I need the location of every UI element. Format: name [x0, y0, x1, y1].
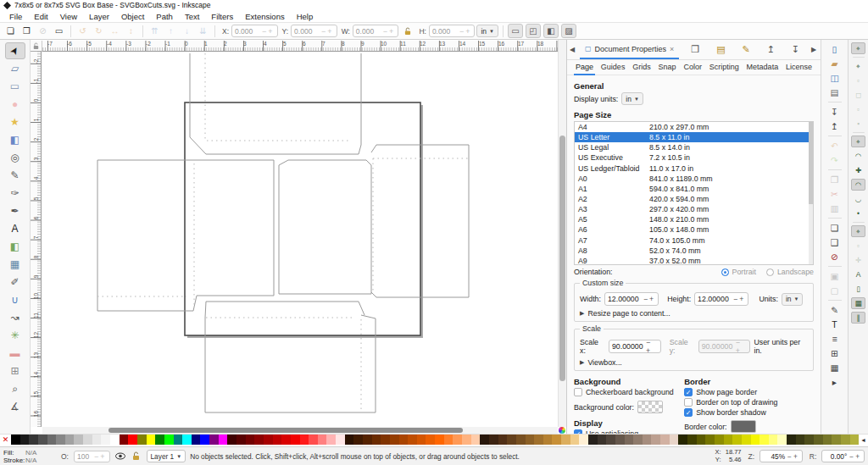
- tab-license[interactable]: License: [784, 61, 814, 74]
- palette-swatch[interactable]: [823, 435, 832, 445]
- scroll-tabs-right-icon[interactable]: ▶: [811, 46, 818, 53]
- separator[interactable]: [853, 222, 865, 223]
- zoom-tool[interactable]: ⌕: [5, 380, 25, 397]
- scale-x-field[interactable]: 90.00000−+: [609, 340, 661, 353]
- palette-swatch[interactable]: [625, 435, 634, 445]
- separator[interactable]: [828, 169, 842, 170]
- palette-swatch[interactable]: [209, 435, 219, 445]
- layer-visibility-icon[interactable]: [114, 451, 126, 462]
- palette-swatch[interactable]: [543, 435, 553, 445]
- vertical-scrollbar-thumb[interactable]: [559, 136, 565, 381]
- background-color-swatch[interactable]: [637, 401, 663, 413]
- snap-line-midpoints-icon[interactable]: •: [851, 208, 865, 219]
- menu-text[interactable]: Text: [179, 12, 205, 21]
- border-color-swatch[interactable]: [731, 420, 756, 433]
- snap-guides-icon[interactable]: ∥: [851, 312, 865, 324]
- text-dialog-icon[interactable]: T: [827, 318, 843, 331]
- page-size-scrollbar-thumb[interactable]: [809, 122, 813, 204]
- menu-help[interactable]: Help: [291, 12, 320, 21]
- import-icon[interactable]: ↧: [827, 105, 843, 119]
- palette-swatch[interactable]: [345, 435, 354, 445]
- layers-dialog-icon[interactable]: ≡: [827, 332, 843, 346]
- palette-swatch[interactable]: [264, 435, 273, 445]
- menu-extensions[interactable]: Extensions: [239, 12, 290, 21]
- palette-swatch[interactable]: [453, 435, 462, 445]
- ellipse-tool[interactable]: ●: [5, 96, 25, 113]
- separator[interactable]: [828, 218, 842, 219]
- palette-swatch[interactable]: [227, 435, 236, 445]
- palette-swatch[interactable]: [246, 435, 255, 445]
- spiral-tool[interactable]: ◎: [5, 149, 25, 166]
- palette-swatch[interactable]: [399, 435, 409, 445]
- selector-tool[interactable]: ➤: [5, 42, 25, 59]
- palette-swatch[interactable]: [336, 435, 345, 445]
- palette-swatch[interactable]: [11, 435, 20, 445]
- open-document-icon[interactable]: ↧: [792, 44, 799, 55]
- rotate-cw-button[interactable]: ↻: [92, 24, 106, 38]
- node-editor-tool[interactable]: ▱: [5, 60, 25, 77]
- palette-swatch[interactable]: [155, 435, 164, 445]
- snap-bbox-edge-midpoints-icon[interactable]: ▫: [851, 103, 865, 115]
- dropper-tool[interactable]: ✐: [5, 274, 25, 291]
- scale-pattern-toggle[interactable]: ▨: [561, 24, 576, 38]
- page-size-row[interactable]: A3297.0 x 420.0 mm: [575, 204, 813, 214]
- palette-swatch[interactable]: [687, 435, 697, 445]
- units-dropdown[interactable]: in▼: [476, 25, 498, 37]
- palette-swatch[interactable]: [769, 435, 778, 445]
- palette-swatch[interactable]: [507, 435, 516, 445]
- palette-swatch[interactable]: [426, 435, 435, 445]
- horizontal-ruler[interactable]: -7-6-5-4-3-2-101234567891011121314151617…: [42, 41, 558, 52]
- palette-swatch[interactable]: [65, 435, 75, 445]
- box-3d-tool[interactable]: ◧: [5, 131, 25, 148]
- palette-swatch[interactable]: [381, 435, 390, 445]
- page-size-row[interactable]: US Letter8.5 x 11.0 in: [575, 132, 813, 142]
- menu-file[interactable]: File: [3, 12, 28, 21]
- rectangle-tool[interactable]: ▭: [5, 78, 25, 95]
- tweak-tool[interactable]: ↝: [5, 309, 25, 326]
- page-size-row[interactable]: A774.0 x 105.0 mm: [575, 235, 813, 246]
- palette-swatch[interactable]: [534, 435, 543, 445]
- rotate-ccw-button[interactable]: ↺: [75, 24, 90, 38]
- vertical-scrollbar[interactable]: [558, 40, 566, 427]
- page-size-scrollbar[interactable]: [809, 122, 813, 264]
- select-all-button[interactable]: ❏: [3, 24, 18, 38]
- palette-swatch[interactable]: [760, 435, 769, 445]
- menu-layer[interactable]: Layer: [83, 12, 115, 21]
- palette-swatch[interactable]: [633, 435, 643, 445]
- rotation-field[interactable]: 0.00°−+: [821, 450, 865, 462]
- snap-rotation-centers-icon[interactable]: ✛: [851, 254, 865, 266]
- snap-grid-icon[interactable]: ▦: [851, 297, 865, 309]
- menu-edit[interactable]: Edit: [28, 12, 53, 21]
- palette-swatch[interactable]: [281, 435, 291, 445]
- tab-snap[interactable]: Snap: [657, 61, 678, 74]
- snap-nodes-icon[interactable]: ⌖: [851, 136, 865, 147]
- palette-swatch[interactable]: [552, 435, 561, 445]
- selection-box-toggle[interactable]: ▭: [52, 24, 66, 38]
- page-size-row[interactable]: A2420.0 x 594.0 mm: [575, 194, 813, 204]
- palette-swatch[interactable]: [579, 435, 588, 445]
- menu-view[interactable]: View: [54, 12, 83, 21]
- palette-swatch[interactable]: [588, 435, 598, 445]
- spray-tool[interactable]: ✳: [5, 327, 25, 344]
- menu-filters[interactable]: Filters: [205, 12, 239, 21]
- bezier-pen-tool[interactable]: ✑: [5, 185, 25, 202]
- palette-swatch[interactable]: [732, 435, 742, 445]
- palette-swatch[interactable]: [777, 435, 787, 445]
- page-size-row[interactable]: A937.0 x 52.0 mm: [575, 256, 813, 265]
- page-size-row[interactable]: US Executive7.2 x 10.5 in: [575, 152, 813, 163]
- snap-others-icon[interactable]: ⌖: [851, 225, 865, 237]
- palette-swatch[interactable]: [182, 435, 192, 445]
- custom-units-dropdown[interactable]: in▼: [782, 293, 804, 306]
- palette-swatch[interactable]: [516, 435, 526, 445]
- page-size-row[interactable]: US Ledger/Tabloid11.0 x 17.0 in: [575, 163, 813, 174]
- palette-swatch[interactable]: [678, 435, 687, 445]
- palette-swatch[interactable]: [174, 435, 183, 445]
- palette-swatch[interactable]: [83, 435, 92, 445]
- flip-horizontal-button[interactable]: ↔: [108, 24, 122, 38]
- flip-vertical-button[interactable]: ↕: [124, 24, 138, 38]
- palette-swatch[interactable]: [705, 435, 715, 445]
- export-document-icon[interactable]: ↥: [767, 44, 775, 55]
- page-size-row[interactable]: A5148.0 x 210.0 mm: [575, 214, 813, 224]
- measure-tool[interactable]: ∡: [5, 398, 25, 415]
- palette-swatch[interactable]: [417, 435, 426, 445]
